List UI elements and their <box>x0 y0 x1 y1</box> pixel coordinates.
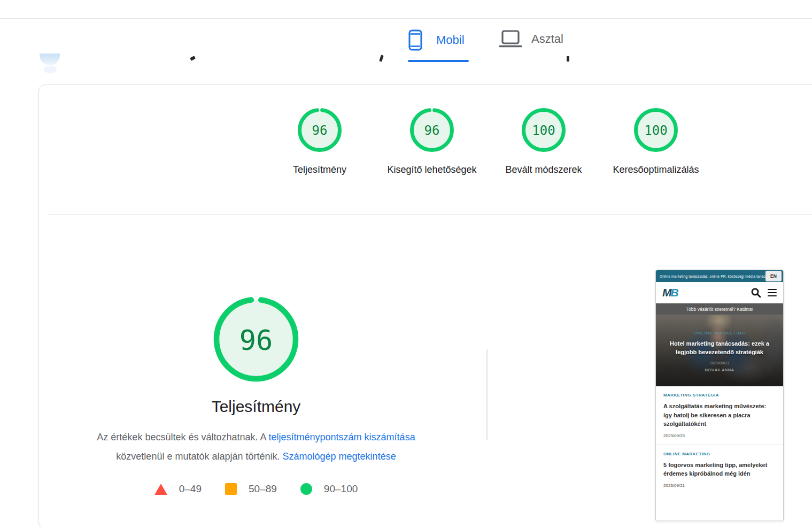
performance-score-gauge: 96 <box>211 294 301 385</box>
gauge-label: Kisegítő lehetőségek <box>386 161 477 179</box>
site-logo: MB <box>662 286 678 299</box>
favicon-remnant-glow <box>44 66 57 73</box>
score-gauge: 96 <box>408 106 455 154</box>
article-category: MARKETING STRATÉGIA <box>663 393 776 398</box>
legend-item-pass: 90–100 <box>300 483 358 495</box>
screenshot-topbar: Online marketing tanácsadás, online PR, … <box>656 270 783 282</box>
legend-range: 0–49 <box>179 483 202 495</box>
title-text-remnant <box>379 55 383 62</box>
smartphone-icon <box>408 29 422 51</box>
favicon-remnant <box>40 54 60 65</box>
summary-gauge-accessibility[interactable]: 96 Kisegítő lehetőségek <box>386 106 477 179</box>
legend-range: 50–89 <box>249 483 277 495</box>
average-square-icon <box>225 483 237 495</box>
logo-letter-m: M <box>662 286 671 299</box>
hero-article: ONLINE MARKETING Hotel marketing tanácsa… <box>656 315 783 386</box>
laptop-icon <box>499 29 522 49</box>
performance-title: Teljesítmény <box>96 398 416 416</box>
score-value: 100 <box>644 123 667 138</box>
page-screenshot-thumbnail[interactable]: Online marketing tanácsadás, online PR, … <box>655 270 784 521</box>
score-value: 100 <box>532 123 555 138</box>
score-value: 96 <box>424 123 440 138</box>
tab-mobile[interactable]: Mobil <box>408 29 465 51</box>
vertical-divider <box>486 349 488 440</box>
description-text: közvetlenül e mutatók alapján történik. <box>116 451 282 462</box>
fail-triangle-icon <box>154 484 167 495</box>
pass-circle-icon <box>300 483 312 495</box>
summary-gauge-performance[interactable]: 96 Teljesítmény <box>274 106 365 179</box>
title-text-remnant <box>567 56 569 62</box>
score-legend: 0–49 50–89 90–100 <box>48 483 465 495</box>
article-date: 2023/09/23 <box>663 433 776 438</box>
article-category: ONLINE MARKETING <box>663 452 776 456</box>
score-gauge: 100 <box>632 106 679 154</box>
article-divider <box>656 445 783 445</box>
score-value: 96 <box>312 123 328 138</box>
logo-letter-b: B <box>671 286 678 299</box>
performance-score-value: 96 <box>239 324 273 356</box>
hero-category: ONLINE MARKETING <box>656 331 783 335</box>
hero-title: Hotel marketing tanácsadás: ezek a legjo… <box>664 340 775 357</box>
article-list: MARKETING STRATÉGIA A szolgáltatás marke… <box>656 386 783 488</box>
performance-description: Az értékek becsültek és változhatnak. A … <box>48 427 465 466</box>
screenshot-site-header: MB <box>656 282 783 303</box>
legend-item-fail: 0–49 <box>154 483 202 495</box>
tab-active-indicator <box>408 60 469 62</box>
summary-gauge-seo[interactable]: 100 Keresőoptimalizálás <box>610 106 701 179</box>
legend-item-average: 50–89 <box>225 483 277 495</box>
report-card: 96 Teljesítmény 96 Kisegítő lehetőségek … <box>38 85 812 527</box>
summary-gauge-best-practices[interactable]: 100 Bevált módszerek <box>498 106 589 179</box>
hero-author: NOVÁK ANNA <box>656 368 783 372</box>
language-button: EN <box>765 271 782 281</box>
tab-desktop-label: Asztal <box>531 32 563 46</box>
score-gauge: 100 <box>520 106 567 154</box>
article-title: 5 fogorvos marketing tipp, amelyeket érd… <box>663 461 775 478</box>
tab-mobile-label: Mobil <box>436 33 465 47</box>
gauge-label: Keresőoptimalizálás <box>610 161 701 179</box>
description-text: Az értékek becsültek és változhatnak. A <box>97 432 268 442</box>
title-text-remnant <box>190 56 196 61</box>
hero-date: 2023/09/27 <box>656 361 783 365</box>
gauge-label: Teljesítmény <box>274 161 365 179</box>
calculator-link[interactable]: Számológép megtekintése <box>283 451 396 462</box>
pagespeed-report: Mobil Asztal 96 Teljesítmény 96 Kisegítő… <box>0 0 812 527</box>
section-divider <box>48 215 812 215</box>
score-gauge: 96 <box>296 106 343 154</box>
tab-desktop[interactable]: Asztal <box>499 29 563 49</box>
article-date: 2023/09/21 <box>663 483 776 488</box>
legend-range: 90–100 <box>324 483 358 495</box>
header-divider <box>0 18 812 19</box>
promo-bar: Több vásárlót szeretnél? Kattints! <box>656 303 783 315</box>
search-icon <box>751 288 761 298</box>
gauge-label: Bevált módszerek <box>498 161 589 179</box>
article-title: A szolgáltatás marketing művészete: így … <box>663 402 775 429</box>
score-calculation-link[interactable]: teljesítménypontszám kiszámítása <box>269 432 415 442</box>
hamburger-menu-icon <box>768 289 777 297</box>
screenshot-topbar-text: Online marketing tanácsadás, online PR, … <box>660 274 767 278</box>
